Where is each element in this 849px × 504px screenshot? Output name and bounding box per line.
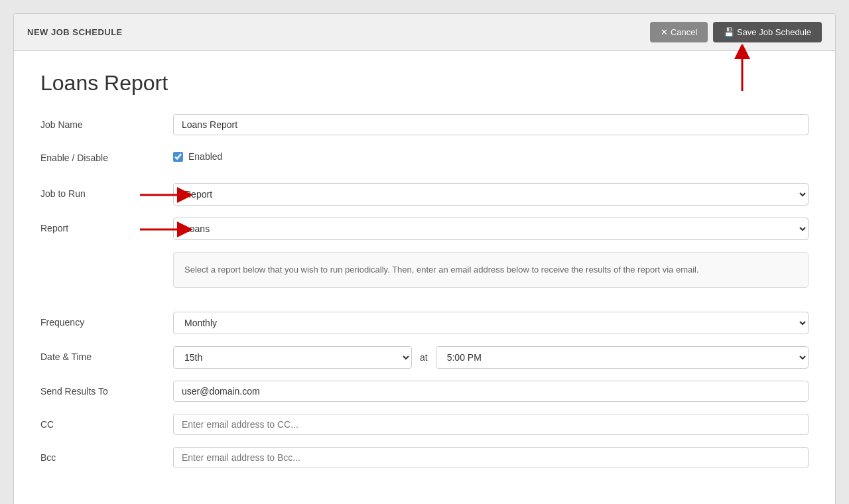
modal-body: Loans Report Job Name Enable / Disable E… <box>14 51 835 504</box>
bcc-wrapper <box>173 447 809 468</box>
job-name-row: Job Name <box>40 114 809 135</box>
date-time-inner: 1st2nd3rd 4th5th6th 7th8th9th 10th11th12… <box>173 346 809 369</box>
page-title: Loans Report <box>40 71 809 95</box>
date-time-wrapper: 1st2nd3rd 4th5th6th 7th8th9th 10th11th12… <box>173 346 809 369</box>
date-time-row: Date & Time 1st2nd3rd 4th5th6th 7th8th9t… <box>40 346 809 369</box>
at-label: at <box>420 352 428 363</box>
bcc-label: Bcc <box>40 447 173 463</box>
cc-label: CC <box>40 414 173 430</box>
info-box: Select a report below that you wish to r… <box>173 252 809 288</box>
enable-disable-row: Enable / Disable Enabled <box>40 147 809 163</box>
cc-row: CC <box>40 414 809 435</box>
frequency-row: Frequency Daily Weekly Monthly Yearly <box>40 312 809 334</box>
checkbox-row: Enabled <box>173 147 809 162</box>
report-row: Report Loans Members Transactions <box>40 218 809 240</box>
send-results-to-row: Send Results To <box>40 381 809 402</box>
report-wrapper: Loans Members Transactions <box>173 218 809 240</box>
send-results-to-wrapper <box>173 381 809 402</box>
info-box-row: Select a report below that you wish to r… <box>40 252 809 300</box>
header-buttons: ✕ Cancel 💾 Save Job Schedule <box>650 22 822 42</box>
job-name-label: Job Name <box>40 114 173 130</box>
report-label: Report <box>40 218 173 233</box>
save-job-schedule-button[interactable]: 💾 Save Job Schedule <box>713 22 822 42</box>
modal-container: NEW JOB SCHEDULE ✕ Cancel 💾 Save Job Sch… <box>13 13 836 504</box>
frequency-wrapper: Daily Weekly Monthly Yearly <box>173 312 809 334</box>
enabled-checkbox-label: Enabled <box>188 151 222 162</box>
job-name-wrapper <box>173 114 809 135</box>
send-results-to-label: Send Results To <box>40 381 173 397</box>
bcc-row: Bcc <box>40 447 809 468</box>
bcc-input[interactable] <box>173 447 809 468</box>
time-select[interactable]: 12:00 AM1:00 AM2:00 AM3:00 AM 4:00 AM5:0… <box>436 346 809 369</box>
modal-header: NEW JOB SCHEDULE ✕ Cancel 💾 Save Job Sch… <box>14 14 835 51</box>
info-box-wrapper: Select a report below that you wish to r… <box>173 252 809 300</box>
job-to-run-wrapper: Report Import Export <box>173 183 809 206</box>
date-select[interactable]: 1st2nd3rd 4th5th6th 7th8th9th 10th11th12… <box>173 346 412 369</box>
job-to-run-label: Job to Run <box>40 183 173 199</box>
enable-disable-label: Enable / Disable <box>40 147 173 163</box>
cc-wrapper <box>173 414 809 435</box>
date-time-label: Date & Time <box>40 346 173 362</box>
cancel-button[interactable]: ✕ Cancel <box>650 22 708 42</box>
cc-input[interactable] <box>173 414 809 435</box>
job-name-input[interactable] <box>173 114 809 135</box>
modal-title: NEW JOB SCHEDULE <box>27 27 123 37</box>
job-to-run-row: Job to Run Report Import Export <box>40 183 809 206</box>
enabled-checkbox[interactable] <box>173 152 183 162</box>
enable-disable-wrapper: Enabled <box>173 147 809 162</box>
time-select-wrapper: 12:00 AM1:00 AM2:00 AM3:00 AM 4:00 AM5:0… <box>436 346 809 369</box>
frequency-select[interactable]: Daily Weekly Monthly Yearly <box>173 312 809 334</box>
info-box-spacer <box>40 252 173 257</box>
report-select[interactable]: Loans Members Transactions <box>173 218 809 240</box>
frequency-label: Frequency <box>40 312 173 328</box>
send-results-to-input[interactable] <box>173 381 809 402</box>
job-to-run-select[interactable]: Report Import Export <box>173 183 809 206</box>
date-select-wrapper: 1st2nd3rd 4th5th6th 7th8th9th 10th11th12… <box>173 346 412 369</box>
